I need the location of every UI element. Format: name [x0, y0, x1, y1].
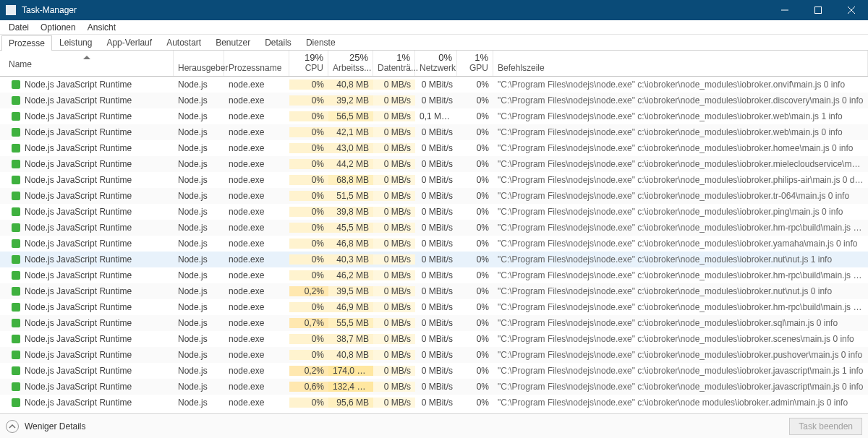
- table-row[interactable]: Node.js JavaScript RuntimeNode.jsnode.ex…: [0, 220, 868, 236]
- process-icon: [12, 96, 20, 105]
- table-row[interactable]: Node.js JavaScript RuntimeNode.jsnode.ex…: [0, 267, 868, 283]
- col-cpu[interactable]: 19%CPU: [289, 51, 328, 76]
- cell-mem: 40,3 MB: [328, 254, 373, 265]
- cell-disk: 0 MB/s: [373, 318, 415, 328]
- col-cmd[interactable]: Befehlszeile: [493, 51, 868, 76]
- cell-cmd: "C:\Program Files\nodejs\node.exe" c:\io…: [493, 318, 868, 328]
- cell-net: 0 MBit/s: [415, 207, 457, 217]
- cell-gpu: 0%: [457, 254, 493, 265]
- cell-publisher: Node.js: [174, 207, 224, 217]
- titlebar: Task-Manager: [0, 0, 868, 20]
- maximize-button[interactable]: [801, 0, 835, 20]
- cell-mem: 42,1 MB: [328, 127, 373, 137]
- col-procname[interactable]: Prozessname: [224, 51, 289, 76]
- cell-mem: 40,8 MB: [328, 80, 373, 90]
- col-gpu[interactable]: 1%GPU: [457, 51, 493, 76]
- table-row[interactable]: Node.js JavaScript RuntimeNode.jsnode.ex…: [0, 172, 868, 188]
- cell-publisher: Node.js: [174, 254, 224, 265]
- cell-mem: 95,6 MB: [328, 398, 373, 408]
- cell-cmd: "C:\Program Files\nodejs\node.exe" c:\io…: [493, 191, 868, 201]
- close-icon: [848, 7, 855, 14]
- table-row[interactable]: Node.js JavaScript RuntimeNode.jsnode.ex…: [0, 156, 868, 172]
- tab-apphistory[interactable]: App-Verlauf: [99, 35, 159, 50]
- table-row[interactable]: Node.js JavaScript RuntimeNode.jsnode.ex…: [0, 283, 868, 299]
- table-row[interactable]: Node.js JavaScript RuntimeNode.jsnode.ex…: [0, 108, 868, 124]
- close-button[interactable]: [835, 0, 868, 20]
- cell-publisher: Node.js: [174, 111, 224, 121]
- cell-name: Node.js JavaScript Runtime: [0, 159, 174, 169]
- less-details-label[interactable]: Weniger Details: [25, 421, 85, 431]
- cell-disk: 0 MB/s: [373, 95, 415, 106]
- process-icon: [12, 239, 20, 248]
- table-row[interactable]: Node.js JavaScript RuntimeNode.jsnode.ex…: [0, 140, 868, 156]
- col-name[interactable]: Name: [0, 51, 174, 76]
- cell-cmd: "C:\Program Files\nodejs\node.exe" c:\io…: [493, 143, 868, 153]
- tab-performance[interactable]: Leistung: [52, 35, 99, 50]
- table-row[interactable]: Node.js JavaScript RuntimeNode.jsnode.ex…: [0, 93, 868, 108]
- table-row[interactable]: Node.js JavaScript RuntimeNode.jsnode.ex…: [0, 379, 868, 395]
- tab-startup[interactable]: Autostart: [159, 35, 208, 50]
- col-net[interactable]: 0%Netzwerk: [415, 51, 457, 76]
- cell-procname: node.exe: [224, 159, 289, 169]
- cell-procname: node.exe: [224, 111, 289, 121]
- cell-cpu: 0%: [289, 111, 328, 121]
- table-row[interactable]: Node.js JavaScript RuntimeNode.jsnode.ex…: [0, 363, 868, 379]
- process-icon: [12, 366, 20, 375]
- table-row[interactable]: Node.js JavaScript RuntimeNode.jsnode.ex…: [0, 236, 868, 252]
- table-row[interactable]: Node.js JavaScript RuntimeNode.jsnode.ex…: [0, 124, 868, 140]
- minimize-button[interactable]: [768, 0, 801, 20]
- col-disk[interactable]: 1%Datenträ...: [373, 51, 415, 76]
- tab-services[interactable]: Dienste: [299, 35, 343, 50]
- cell-name: Node.js JavaScript Runtime: [0, 95, 174, 106]
- cell-cpu: 0%: [289, 95, 328, 106]
- cell-mem: 39,5 MB: [328, 286, 373, 296]
- window-title: Task-Manager: [22, 5, 77, 15]
- table-row[interactable]: Node.js JavaScript RuntimeNode.jsnode.ex…: [0, 347, 868, 363]
- cell-disk: 0 MB/s: [373, 191, 415, 201]
- table-row[interactable]: Node.js JavaScript RuntimeNode.jsnode.ex…: [0, 395, 868, 411]
- chevron-up-icon: [9, 423, 16, 430]
- table-row[interactable]: Node.js JavaScript RuntimeNode.jsnode.ex…: [0, 331, 868, 347]
- cell-net: 0 MBit/s: [415, 302, 457, 312]
- svg-rect-1: [815, 7, 822, 14]
- menu-options[interactable]: Optionen: [35, 21, 82, 34]
- tab-details[interactable]: Details: [258, 35, 299, 50]
- cell-gpu: 0%: [457, 366, 493, 376]
- col-mem[interactable]: 25%Arbeitss...: [328, 51, 373, 76]
- cell-gpu: 0%: [457, 398, 493, 408]
- table-row[interactable]: Node.js JavaScript RuntimeNode.jsnode.ex…: [0, 315, 868, 331]
- table-row[interactable]: Node.js JavaScript RuntimeNode.jsnode.ex…: [0, 252, 868, 267]
- table-row[interactable]: Node.js JavaScript RuntimeNode.jsnode.ex…: [0, 204, 868, 220]
- cell-gpu: 0%: [457, 286, 493, 296]
- cell-procname: node.exe: [224, 350, 289, 360]
- menu-view[interactable]: Ansicht: [82, 21, 122, 34]
- tab-processes[interactable]: Prozesse: [1, 35, 52, 51]
- cell-cmd: "C:\Program Files\nodejs\node.exe" c:\io…: [493, 239, 868, 249]
- cell-publisher: Node.js: [174, 334, 224, 344]
- cell-disk: 0 MB/s: [373, 286, 415, 296]
- cell-gpu: 0%: [457, 382, 493, 392]
- table-row[interactable]: Node.js JavaScript RuntimeNode.jsnode.ex…: [0, 77, 868, 93]
- cell-cmd: "C:\Program Files\nodejs\node.exe" c:\io…: [493, 350, 868, 360]
- cell-gpu: 0%: [457, 318, 493, 328]
- process-icon: [12, 144, 20, 153]
- cell-cpu: 0%: [289, 223, 328, 233]
- menu-file[interactable]: Datei: [3, 21, 35, 34]
- cell-gpu: 0%: [457, 111, 493, 121]
- cell-cmd: "C:\Program Files\nodejs\node.exe" c:\io…: [493, 382, 868, 392]
- tab-users[interactable]: Benutzer: [208, 35, 258, 50]
- cell-publisher: Node.js: [174, 143, 224, 153]
- cell-name: Node.js JavaScript Runtime: [0, 302, 174, 312]
- end-task-button[interactable]: Task beenden: [789, 418, 862, 435]
- cell-procname: node.exe: [224, 286, 289, 296]
- cell-name: Node.js JavaScript Runtime: [0, 254, 174, 265]
- col-publisher[interactable]: Herausgeber: [174, 51, 224, 76]
- cell-cmd: "C:\Program Files\nodejs\node.exe" c:\io…: [493, 334, 868, 344]
- cell-name: Node.js JavaScript Runtime: [0, 239, 174, 249]
- cell-cmd: "C:\Program Files\nodejs\node.exe" c:\io…: [493, 302, 868, 312]
- table-row[interactable]: Node.js JavaScript RuntimeNode.jsnode.ex…: [0, 299, 868, 315]
- cell-mem: 46,9 MB: [328, 302, 373, 312]
- table-row[interactable]: Node.js JavaScript RuntimeNode.jsnode.ex…: [0, 188, 868, 204]
- table-body[interactable]: Node.js JavaScript RuntimeNode.jsnode.ex…: [0, 77, 868, 413]
- less-details-toggle[interactable]: [6, 420, 19, 433]
